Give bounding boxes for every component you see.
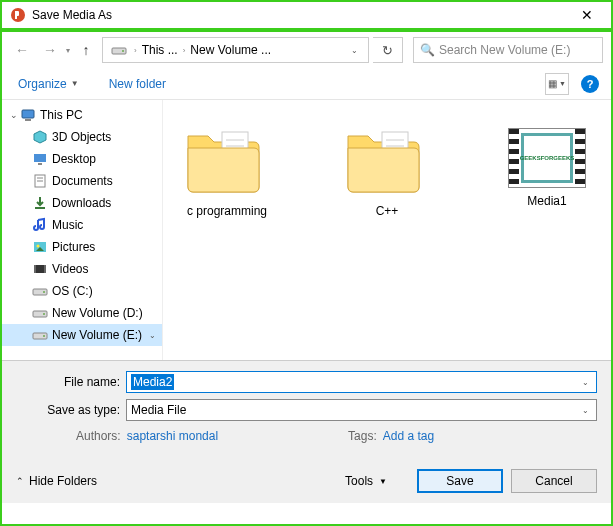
sidebar: ⌄ This PC 3D ObjectsDesktopDocumentsDown…	[2, 100, 162, 360]
sidebar-item-label: Videos	[52, 262, 88, 276]
sidebar-item[interactable]: Pictures	[2, 236, 162, 258]
pc-icon	[20, 107, 36, 123]
sidebar-item[interactable]: Desktop	[2, 148, 162, 170]
drive-icon	[111, 42, 127, 58]
breadcrumb[interactable]: New Volume ...	[188, 43, 273, 57]
media-item[interactable]: GEEKSFORGEEKSMedia1	[487, 118, 607, 208]
svg-point-25	[43, 335, 45, 337]
drive-icon	[32, 283, 48, 299]
history-dropdown[interactable]: ▾	[66, 46, 70, 55]
breadcrumb[interactable]: This ...	[140, 43, 180, 57]
svg-rect-6	[25, 119, 31, 121]
drive-icon	[32, 327, 48, 343]
filename-value[interactable]: Media2	[131, 374, 174, 390]
doc-icon	[32, 173, 48, 189]
authors-label: Authors:	[76, 429, 121, 443]
filename-field[interactable]: Media2 ⌄	[126, 371, 597, 393]
chevron-down-icon: ▼	[71, 79, 79, 88]
sidebar-item[interactable]: Music	[2, 214, 162, 236]
chevron-down-icon: ▼	[379, 477, 387, 486]
search-box[interactable]: 🔍	[413, 37, 603, 63]
cube-icon	[32, 129, 48, 145]
svg-marker-7	[34, 131, 46, 143]
title-bar: Save Media As ✕	[2, 2, 611, 32]
sidebar-item-label: Desktop	[52, 152, 96, 166]
file-name: C++	[327, 204, 447, 218]
sidebar-item-label: Pictures	[52, 240, 95, 254]
sidebar-item-label: Documents	[52, 174, 113, 188]
address-bar[interactable]: › This ... › New Volume ... ⌄	[102, 37, 369, 63]
app-icon	[10, 7, 26, 23]
close-button[interactable]: ✕	[571, 3, 603, 27]
sidebar-item-label: Downloads	[52, 196, 111, 210]
new-folder-button[interactable]: New folder	[105, 75, 170, 93]
saveastype-label: Save as type:	[16, 403, 126, 417]
main-area: ⌄ This PC 3D ObjectsDesktopDocumentsDown…	[2, 100, 611, 360]
window-title: Save Media As	[32, 8, 571, 22]
file-pane[interactable]: c programmingC++GEEKSFORGEEKSMedia1	[162, 100, 611, 360]
chevron-down-icon[interactable]: ⌄	[579, 406, 592, 415]
sidebar-item[interactable]: 3D Objects	[2, 126, 162, 148]
svg-rect-19	[44, 265, 46, 273]
media-thumbnail: GEEKSFORGEEKS	[508, 128, 586, 188]
chevron-right-icon: ›	[180, 46, 189, 55]
video-icon	[32, 261, 48, 277]
file-name: c programming	[167, 204, 287, 218]
sidebar-item[interactable]: Documents	[2, 170, 162, 192]
sidebar-item[interactable]: New Volume (E:)⌄	[2, 324, 162, 346]
file-name: Media1	[487, 194, 607, 208]
sidebar-this-pc[interactable]: ⌄ This PC	[2, 104, 162, 126]
tags-value[interactable]: Add a tag	[383, 429, 434, 443]
sidebar-item[interactable]: OS (C:)	[2, 280, 162, 302]
sidebar-item-label: Music	[52, 218, 83, 232]
nav-row: ← → ▾ ↑ › This ... › New Volume ... ⌄ ↻ …	[2, 32, 611, 68]
svg-rect-8	[34, 154, 46, 162]
folder-icon	[342, 118, 432, 198]
sidebar-item-label: OS (C:)	[52, 284, 93, 298]
desktop-icon	[32, 151, 48, 167]
svg-rect-18	[34, 265, 36, 273]
toolbar: Organize▼ New folder ▦▼ ?	[2, 68, 611, 100]
svg-rect-13	[35, 207, 45, 209]
forward-button[interactable]: →	[38, 38, 62, 62]
chevron-down-icon: ⌄	[149, 331, 156, 340]
svg-rect-9	[38, 163, 42, 165]
filename-label: File name:	[16, 375, 126, 389]
chevron-down-icon[interactable]: ⌄	[579, 378, 592, 387]
search-icon: 🔍	[420, 43, 435, 57]
sidebar-item[interactable]: Videos	[2, 258, 162, 280]
sidebar-item[interactable]: New Volume (D:)	[2, 302, 162, 324]
hide-folders-button[interactable]: ⌃ Hide Folders	[16, 474, 97, 488]
up-button[interactable]: ↑	[74, 38, 98, 62]
tools-button[interactable]: Tools▼	[341, 472, 391, 490]
back-button[interactable]: ←	[10, 38, 34, 62]
saveastype-value: Media File	[131, 403, 579, 417]
path-dropdown[interactable]: ⌄	[345, 46, 364, 55]
authors-value[interactable]: saptarshi mondal	[127, 429, 218, 443]
chevron-up-icon: ⌃	[16, 476, 24, 486]
svg-point-4	[122, 50, 124, 52]
chevron-right-icon: ›	[131, 46, 140, 55]
cancel-button[interactable]: Cancel	[511, 469, 597, 493]
sidebar-item-label: 3D Objects	[52, 130, 111, 144]
sidebar-item-label: New Volume (E:)	[52, 328, 142, 342]
view-button[interactable]: ▦▼	[545, 73, 569, 95]
refresh-button[interactable]: ↻	[373, 37, 403, 63]
chevron-down-icon: ⌄	[10, 110, 20, 120]
svg-point-21	[43, 291, 45, 293]
svg-point-23	[43, 313, 45, 315]
folder-item[interactable]: C++	[327, 118, 447, 218]
save-button[interactable]: Save	[417, 469, 503, 493]
saveastype-field[interactable]: Media File ⌄	[126, 399, 597, 421]
help-button[interactable]: ?	[581, 75, 599, 93]
svg-rect-5	[22, 110, 34, 118]
music-icon	[32, 217, 48, 233]
sidebar-item-label: This PC	[40, 108, 83, 122]
svg-point-15	[37, 245, 40, 248]
search-input[interactable]	[439, 43, 596, 57]
drive-icon	[32, 305, 48, 321]
folder-item[interactable]: c programming	[167, 118, 287, 218]
organize-button[interactable]: Organize▼	[14, 75, 83, 93]
down-icon	[32, 195, 48, 211]
sidebar-item[interactable]: Downloads	[2, 192, 162, 214]
